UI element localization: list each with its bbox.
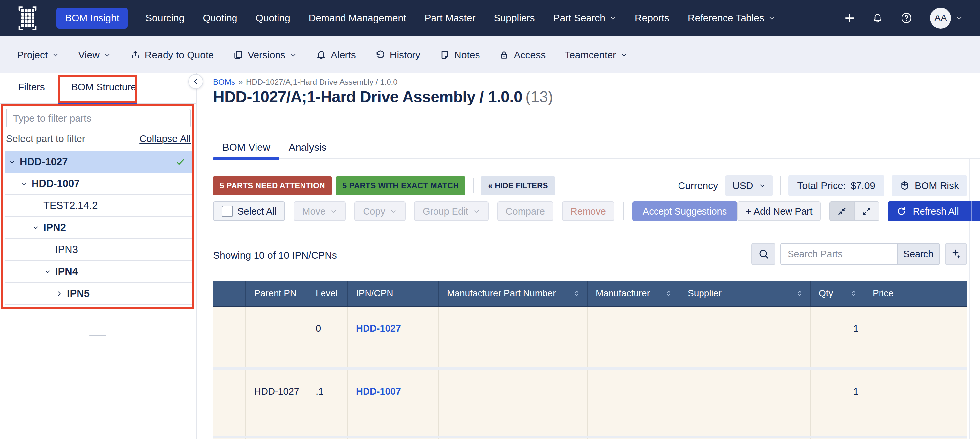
table-row: HDD-1027.1HDD-10071: [213, 370, 967, 436]
chevron-down-icon: [620, 51, 628, 59]
nav-item-reports[interactable]: Reports: [634, 8, 670, 29]
table-row: 0HDD-10271: [213, 307, 967, 367]
nav-item-quoting[interactable]: Quoting: [255, 8, 291, 29]
nav-item-sourcing[interactable]: Sourcing: [145, 8, 185, 29]
tree-item-label: IPN2: [43, 222, 66, 234]
sidebar-tab-filters[interactable]: Filters: [18, 81, 45, 93]
tree-item-ipn4[interactable]: IPN4: [5, 261, 192, 283]
nav-item-suppliers[interactable]: Suppliers: [493, 8, 536, 29]
toolbar-item-alerts[interactable]: Alerts: [316, 49, 356, 61]
group-edit-button[interactable]: Group Edit: [414, 201, 489, 221]
nav-item-label: BOM Insight: [65, 13, 119, 24]
column-header-level: Level: [307, 281, 348, 306]
tree-item-ipn3[interactable]: IPN3: [5, 239, 192, 261]
tree-item-test2-14-2[interactable]: TEST2.14.2: [5, 195, 192, 217]
tree-item-ipn2[interactable]: IPN2: [5, 217, 192, 239]
tab-analysis[interactable]: Analysis: [280, 139, 336, 158]
nav-item-quoting[interactable]: Quoting: [202, 8, 238, 29]
expand-rows-button[interactable]: [854, 202, 878, 220]
bom-tree: HDD-1027HDD-1007TEST2.14.2IPN2IPN3IPN4IP…: [5, 151, 192, 305]
toolbar-item-project[interactable]: Project: [17, 49, 59, 61]
toolbar-item-view[interactable]: View: [78, 49, 111, 61]
toolbar-item-label: Ready to Quote: [145, 49, 214, 61]
collapse-all-link[interactable]: Collapse All: [139, 133, 191, 144]
user-menu[interactable]: AA: [930, 8, 963, 29]
tree-filter-input[interactable]: [6, 109, 191, 128]
column-header-mpn[interactable]: Manufacturer Part Number: [439, 281, 587, 306]
row-separator: [213, 367, 967, 370]
sort-icon: [795, 289, 804, 298]
column-header-label: Manufacturer: [596, 288, 650, 299]
move-button[interactable]: Move: [294, 201, 346, 221]
chevron-down-icon[interactable]: [8, 158, 16, 166]
chevron-down-icon: [330, 208, 337, 215]
currency-select[interactable]: USD: [725, 176, 773, 196]
accept-suggestions-button[interactable]: Accept Suggestions: [632, 201, 737, 221]
file-settings-icon[interactable]: [978, 206, 980, 217]
app-logo-grid-icon[interactable]: [17, 5, 38, 31]
tree-item-hdd-1027[interactable]: HDD-1027: [5, 151, 192, 173]
nav-item-label: Reference Tables: [688, 13, 764, 24]
copy-button[interactable]: Copy: [354, 201, 406, 221]
secondary-toolbar-items: ProjectViewReady to QuoteVersionsAlertsH…: [0, 36, 980, 73]
toolbar-item-access[interactable]: Access: [499, 49, 546, 61]
total-price-box: Total Price: $7.09: [788, 175, 885, 196]
column-header-qty[interactable]: Qty: [811, 281, 864, 306]
select-all-button[interactable]: Select All: [213, 201, 285, 221]
badge-5-parts-need-attention[interactable]: 5 PARTS NEED ATTENTION: [213, 176, 332, 195]
tree-item-hdd-1007[interactable]: HDD-1007: [5, 173, 192, 195]
search-toggle-button[interactable]: [751, 243, 775, 265]
actions-row: Select All Move Copy Group Edit: [213, 201, 967, 221]
compare-button[interactable]: Compare: [497, 201, 554, 221]
controls-row: 5 PARTS NEED ATTENTION5 PARTS WITH EXACT…: [213, 175, 967, 196]
column-header-manufacturer[interactable]: Manufacturer: [587, 281, 679, 306]
divider: [623, 202, 624, 220]
sidebar-resize-handle[interactable]: [89, 335, 107, 337]
select-all-checkbox[interactable]: [222, 206, 233, 217]
ai-suggest-button[interactable]: [945, 243, 967, 265]
nav-item-reference-tables[interactable]: Reference Tables: [687, 8, 776, 29]
bom-risk-button[interactable]: BOM Risk: [892, 175, 967, 196]
remove-button[interactable]: Remove: [562, 201, 614, 221]
notifications-bell-icon[interactable]: [872, 13, 883, 23]
chevron-down-icon[interactable]: [43, 268, 52, 275]
toolbar-item-label: Alerts: [331, 49, 356, 61]
cell-ipn_cpn[interactable]: HDD-1007: [348, 370, 439, 436]
add-new-part-button[interactable]: + Add New Part: [737, 201, 821, 221]
nav-item-part-master[interactable]: Part Master: [424, 8, 476, 29]
chevron-down-icon[interactable]: [20, 180, 28, 187]
nav-item-part-search[interactable]: Part Search: [553, 8, 617, 29]
toolbar-item-ready-to-quote[interactable]: Ready to Quote: [130, 49, 214, 61]
badge-5-parts-with-exact-match[interactable]: 5 PARTS WITH EXACT MATCH: [336, 176, 465, 195]
breadcrumb-boms-link[interactable]: BOMs: [213, 78, 235, 87]
chevron-down-icon: [956, 14, 963, 22]
toolbar-item-label: Teamcenter: [565, 49, 616, 61]
sort-icon: [849, 289, 858, 298]
nav-item-demand-management[interactable]: Demand Management: [308, 8, 407, 29]
sidebar-collapse-button[interactable]: [188, 74, 203, 89]
sidebar-tab-bom-structure[interactable]: BOM Structure: [71, 81, 136, 93]
breadcrumb: BOMs » HDD-1027/A;1-Hard Drive Assembly …: [213, 78, 398, 87]
toolbar-item-notes[interactable]: Notes: [439, 49, 480, 61]
cell-price: [864, 370, 967, 436]
toolbar-item-versions[interactable]: Versions: [233, 49, 297, 61]
sidebar: FiltersBOM Structure Select part to filt…: [0, 73, 197, 439]
search-parts-input[interactable]: [780, 243, 897, 265]
tab-bom-view[interactable]: BOM View: [213, 139, 280, 158]
hide-filters-button[interactable]: « HIDE FILTERS: [481, 176, 555, 195]
refresh-all-button[interactable]: Refresh All: [888, 201, 980, 221]
cell-manufacturer: [587, 307, 679, 367]
lock-icon: [499, 49, 509, 60]
chevron-right-icon[interactable]: [55, 290, 64, 297]
collapse-rows-button[interactable]: [830, 202, 854, 220]
search-button[interactable]: Search: [897, 243, 940, 265]
cell-ipn_cpn[interactable]: HDD-1027: [348, 307, 439, 367]
help-icon[interactable]: [900, 12, 912, 24]
toolbar-item-teamcenter[interactable]: Teamcenter: [565, 49, 628, 61]
tree-item-ipn5[interactable]: IPN5: [5, 283, 192, 305]
column-header-label: Parent PN: [254, 288, 297, 299]
toolbar-item-history[interactable]: History: [375, 49, 420, 61]
column-header-supplier[interactable]: Supplier: [679, 281, 811, 306]
nav-item-bom-insight[interactable]: BOM Insight: [56, 8, 128, 29]
chevron-down-icon[interactable]: [32, 224, 40, 231]
